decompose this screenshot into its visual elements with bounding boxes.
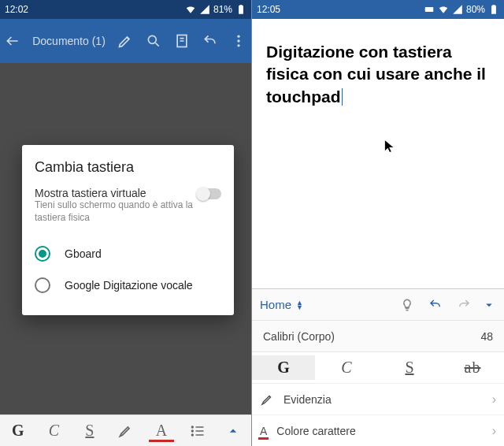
list-button[interactable]: [187, 423, 209, 439]
radio-unselected-icon: [35, 277, 50, 293]
status-bar: 12:02 81%: [0, 0, 251, 19]
right-screenshot: 12:05 80% Digitazione con tastiera fisic…: [252, 0, 504, 446]
fontcolor-row[interactable]: A Colore carattere ›: [252, 414, 504, 446]
font-color-button[interactable]: A: [150, 422, 172, 440]
keyboard-option-voice[interactable]: Google Digitazione vocale: [35, 269, 221, 301]
document-text: Digitazione con tastiera fisica con cui …: [266, 43, 486, 106]
document-area[interactable]: Digitazione con tastiera fisica con cui …: [252, 19, 504, 284]
svg-point-5: [191, 426, 193, 428]
battery-icon: [235, 4, 246, 15]
left-screenshot: 12:02 81% Documento (1) Cambia tastiera …: [0, 0, 252, 446]
chevron-right-icon: ›: [492, 424, 496, 438]
font-size[interactable]: 48: [480, 330, 493, 343]
ribbon-panel: Home ▲▼ Calibri (Corpo) 48 G C S ab Evid…: [252, 288, 504, 446]
undo-icon[interactable]: [202, 33, 218, 49]
strike-button[interactable]: ab: [441, 355, 504, 380]
svg-point-2: [237, 35, 239, 38]
svg-rect-8: [425, 7, 434, 12]
svg-point-6: [191, 430, 193, 432]
chevron-right-icon: ›: [492, 392, 496, 407]
vkbd-switch[interactable]: [198, 188, 221, 199]
document-title: Documento (1): [20, 35, 117, 47]
wifi-icon: [438, 4, 449, 15]
keyboard-dialog: Cambia tastiera Mostra tastiera virtuale…: [22, 145, 234, 315]
status-icons: 81%: [185, 4, 246, 15]
radio-selected-icon: [35, 246, 50, 262]
format-row: G C S ab: [252, 351, 504, 383]
signal-icon: [452, 4, 463, 15]
underline-button[interactable]: S: [378, 355, 441, 380]
signal-icon: [199, 4, 210, 15]
pen-icon[interactable]: [117, 33, 133, 49]
radio-label: Gboard: [65, 247, 102, 260]
svg-point-3: [237, 39, 239, 42]
vkbd-title: Mostra tastiera virtuale: [35, 187, 198, 199]
status-time: 12:05: [257, 4, 280, 15]
app-bar: Documento (1): [0, 19, 251, 63]
highlight-icon: [260, 392, 274, 407]
format-toolbar: G C S A: [0, 414, 251, 446]
search-icon[interactable]: [146, 33, 161, 49]
keyboard-icon: [424, 4, 435, 15]
underline-button[interactable]: S: [79, 422, 101, 440]
wifi-icon: [185, 4, 196, 15]
svg-point-4: [237, 44, 239, 46]
bold-button[interactable]: G: [252, 355, 315, 380]
svg-point-0: [148, 35, 156, 43]
status-bar: 12:05 80%: [252, 0, 504, 19]
virtual-keyboard-row[interactable]: Mostra tastiera virtuale Tieni sullo sch…: [35, 187, 221, 224]
bold-button[interactable]: G: [7, 422, 29, 440]
home-label: Home: [260, 298, 291, 311]
back-icon[interactable]: [5, 33, 20, 49]
status-time: 12:02: [5, 4, 28, 15]
font-row: Calibri (Corpo) 48: [252, 320, 504, 351]
radio-label: Google Digitazione vocale: [65, 279, 193, 292]
lightbulb-icon[interactable]: [400, 298, 414, 312]
italic-button[interactable]: C: [315, 355, 378, 380]
svg-point-7: [191, 434, 193, 436]
italic-button[interactable]: C: [43, 422, 65, 440]
updown-icon: ▲▼: [296, 300, 303, 310]
vkbd-subtitle: Tieni sullo schermo quando è attiva la t…: [35, 199, 198, 224]
font-name[interactable]: Calibri (Corpo): [263, 330, 335, 343]
ribbon-top-row: Home ▲▼: [252, 288, 504, 320]
battery-icon: [488, 4, 499, 15]
highlight-label: Evidenzia: [284, 393, 332, 406]
home-tab[interactable]: Home ▲▼: [260, 298, 303, 311]
mouse-cursor-icon: [384, 137, 395, 159]
collapse-icon[interactable]: [482, 298, 496, 312]
more-icon[interactable]: [231, 33, 246, 49]
font-color-icon: A: [260, 425, 267, 437]
battery-text: 81%: [213, 4, 232, 15]
highlight-row[interactable]: Evidenzia ›: [252, 383, 504, 414]
keyboard-option-gboard[interactable]: Gboard: [35, 238, 221, 269]
battery-text: 80%: [466, 4, 485, 15]
fontcolor-label: Colore carattere: [276, 425, 355, 437]
text-cursor: [342, 88, 343, 106]
expand-button[interactable]: [222, 423, 244, 439]
undo-icon[interactable]: [428, 298, 443, 312]
dialog-title: Cambia tastiera: [35, 159, 221, 176]
redo-icon[interactable]: [457, 298, 471, 312]
highlight-button[interactable]: [114, 423, 136, 439]
reading-icon[interactable]: [174, 33, 190, 49]
status-icons: 80%: [424, 4, 499, 15]
